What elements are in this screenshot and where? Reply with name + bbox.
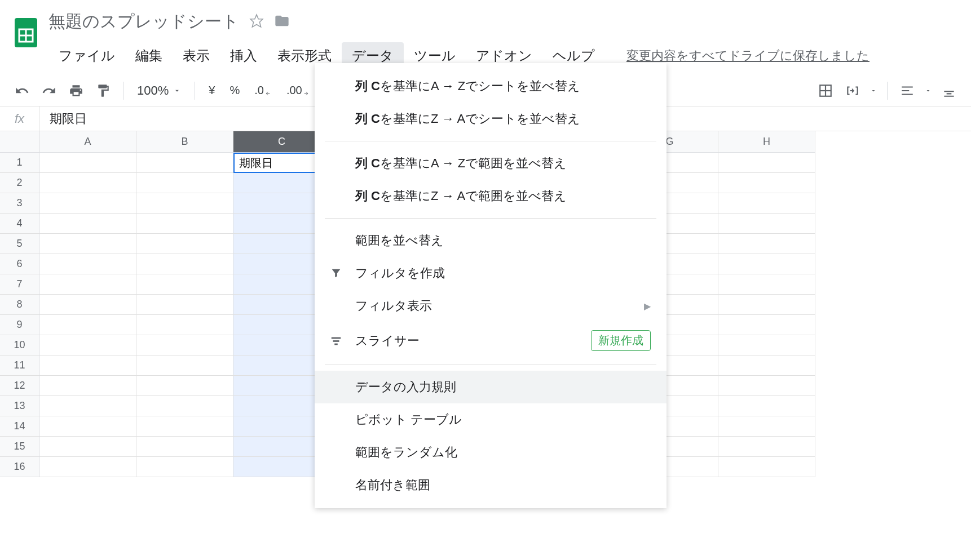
cell[interactable] xyxy=(718,376,815,396)
menu-data-validation[interactable]: データの入力規則 xyxy=(315,371,667,403)
row-header[interactable]: 12 xyxy=(0,376,39,396)
merge-dropdown-icon[interactable] xyxy=(868,79,879,103)
cell[interactable] xyxy=(136,376,233,396)
row-header[interactable]: 5 xyxy=(0,234,39,254)
menu-sort-range[interactable]: 範囲を並べ替え xyxy=(315,224,667,257)
cell[interactable] xyxy=(718,335,815,355)
undo-button[interactable] xyxy=(10,79,34,103)
row-header[interactable]: 7 xyxy=(0,274,39,295)
menu-sort-sheet-az[interactable]: 列 C を基準にA → Zでシートを並べ替え xyxy=(315,70,667,103)
menu-slicer[interactable]: スライサー 新規作成 xyxy=(315,322,667,359)
cell[interactable] xyxy=(136,315,233,335)
cell[interactable] xyxy=(39,315,136,335)
cell[interactable] xyxy=(39,416,136,437)
cell[interactable] xyxy=(136,153,233,173)
cell[interactable] xyxy=(136,193,233,214)
menu-insert[interactable]: 挿入 xyxy=(220,42,267,69)
menu-sort-range-za[interactable]: 列 C を基準にZ → Aで範囲を並べ替え xyxy=(315,180,667,212)
cell[interactable] xyxy=(39,153,136,173)
row-header[interactable]: 1 xyxy=(0,153,39,173)
paint-format-button[interactable] xyxy=(91,79,115,103)
star-icon[interactable] xyxy=(249,14,264,30)
menu-filter-views[interactable]: フィルタ表示 ▶ xyxy=(315,290,667,322)
column-header-B[interactable]: B xyxy=(136,131,233,153)
folder-icon[interactable] xyxy=(274,13,290,31)
row-header[interactable]: 8 xyxy=(0,295,39,315)
cell[interactable] xyxy=(136,274,233,295)
cell[interactable] xyxy=(39,234,136,254)
zoom-select[interactable]: 100% xyxy=(131,83,187,98)
row-header[interactable]: 11 xyxy=(0,355,39,376)
sheets-logo[interactable] xyxy=(10,11,42,54)
cell[interactable] xyxy=(136,335,233,355)
save-status[interactable]: 変更内容をすべてドライブに保存しました xyxy=(626,47,870,64)
row-header[interactable]: 15 xyxy=(0,437,39,457)
row-header[interactable]: 4 xyxy=(0,214,39,234)
cell[interactable] xyxy=(39,254,136,274)
select-all-corner[interactable] xyxy=(0,131,39,153)
row-header[interactable]: 6 xyxy=(0,254,39,274)
row-header[interactable]: 13 xyxy=(0,396,39,416)
cell[interactable] xyxy=(718,355,815,376)
cell[interactable] xyxy=(718,254,815,274)
cell[interactable] xyxy=(39,274,136,295)
cell[interactable] xyxy=(718,396,815,416)
cell[interactable] xyxy=(718,274,815,295)
align-dropdown-icon[interactable] xyxy=(923,79,934,103)
increase-decimal-button[interactable]: .00 xyxy=(281,84,316,97)
cell[interactable] xyxy=(718,295,815,315)
cell[interactable] xyxy=(39,437,136,457)
menu-pivot-table[interactable]: ピボット テーブル xyxy=(315,403,667,436)
cell[interactable] xyxy=(39,376,136,396)
cell[interactable] xyxy=(136,437,233,457)
cell[interactable] xyxy=(718,234,815,254)
cell[interactable] xyxy=(136,457,233,477)
vertical-align-button[interactable] xyxy=(937,79,961,103)
cell[interactable] xyxy=(718,315,815,335)
row-header[interactable]: 9 xyxy=(0,315,39,335)
print-button[interactable] xyxy=(64,79,88,103)
cell[interactable] xyxy=(136,234,233,254)
menu-edit[interactable]: 編集 xyxy=(125,42,173,69)
row-header[interactable]: 16 xyxy=(0,457,39,477)
row-header[interactable]: 2 xyxy=(0,173,39,193)
document-title[interactable]: 無題のスプレッドシート xyxy=(48,7,239,37)
cell[interactable] xyxy=(39,295,136,315)
row-header[interactable]: 10 xyxy=(0,335,39,355)
menu-file[interactable]: ファイル xyxy=(48,42,125,69)
column-header-A[interactable]: A xyxy=(39,131,136,153)
percent-button[interactable]: % xyxy=(224,84,245,97)
cell[interactable] xyxy=(39,355,136,376)
cell[interactable] xyxy=(39,457,136,477)
cell[interactable] xyxy=(39,396,136,416)
cell[interactable] xyxy=(39,335,136,355)
cell[interactable] xyxy=(136,214,233,234)
cell[interactable] xyxy=(39,173,136,193)
cell[interactable] xyxy=(136,173,233,193)
menu-named-ranges[interactable]: 名前付き範囲 xyxy=(315,469,667,501)
row-header[interactable]: 14 xyxy=(0,416,39,437)
cell[interactable] xyxy=(718,214,815,234)
horizontal-align-button[interactable] xyxy=(895,79,919,103)
merge-cells-button[interactable] xyxy=(841,79,864,103)
cell[interactable] xyxy=(718,193,815,214)
cell[interactable] xyxy=(39,193,136,214)
redo-button[interactable] xyxy=(37,79,61,103)
menu-randomize-range[interactable]: 範囲をランダム化 xyxy=(315,436,667,469)
cell[interactable] xyxy=(136,295,233,315)
currency-button[interactable]: ¥ xyxy=(203,84,220,97)
decrease-decimal-button[interactable]: .0 xyxy=(249,84,277,97)
menu-sort-sheet-za[interactable]: 列 C を基準にZ → Aでシートを並べ替え xyxy=(315,103,667,135)
cell[interactable] xyxy=(39,214,136,234)
cell[interactable] xyxy=(136,254,233,274)
cell[interactable] xyxy=(718,173,815,193)
cell[interactable] xyxy=(718,457,815,477)
cell[interactable] xyxy=(136,355,233,376)
cell[interactable] xyxy=(718,437,815,457)
cell[interactable] xyxy=(136,396,233,416)
cell[interactable] xyxy=(718,416,815,437)
cell[interactable] xyxy=(718,153,815,173)
menu-view[interactable]: 表示 xyxy=(173,42,220,69)
menu-sort-range-az[interactable]: 列 C を基準にA → Zで範囲を並べ替え xyxy=(315,147,667,180)
borders-button[interactable] xyxy=(814,79,837,103)
